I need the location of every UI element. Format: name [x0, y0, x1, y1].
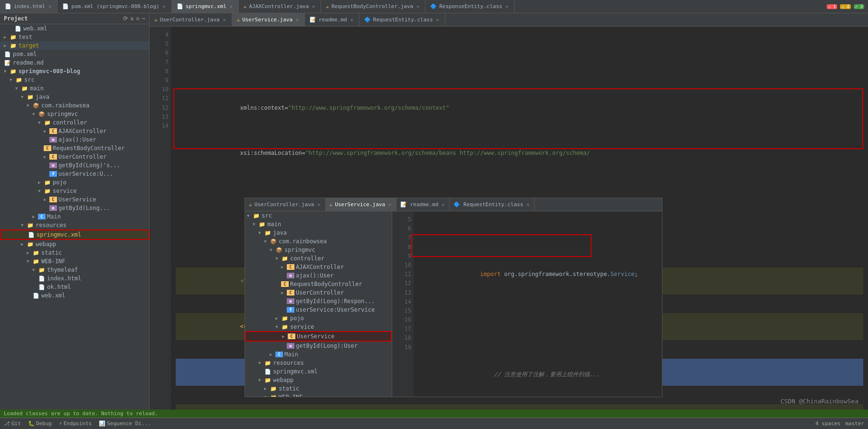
tab-close-readme[interactable]: ✕ — [349, 17, 354, 23]
tab-close-re[interactable]: ✕ — [435, 17, 440, 23]
tree-item-readme[interactable]: 📝 readme.md — [0, 58, 149, 67]
tab-close-ajax[interactable]: ✕ — [311, 3, 316, 10]
tab-ajax-controller[interactable]: ☕ AJAXController.java ✕ — [239, 0, 321, 13]
tab-close-pom[interactable]: ✕ — [162, 3, 167, 10]
inner-tree-java[interactable]: ▼ 📁 java — [245, 229, 392, 237]
tree-item-webxml[interactable]: 📄 web.xml — [0, 291, 149, 300]
tab-requestbody-controller[interactable]: ☕ RequestBodyController.java ✕ — [321, 0, 425, 13]
tab-pom-xml[interactable]: 📄 pom.xml (springmvc-008-blog) ✕ — [57, 0, 171, 13]
inner-tree-resources[interactable]: ▼ 📁 resources — [245, 359, 392, 367]
overlay-close-us[interactable]: ✕ — [387, 201, 392, 208]
overlay-close-uc[interactable]: ✕ — [316, 201, 321, 208]
git-button[interactable]: ⎇ Git — [4, 420, 21, 427]
tab-springmvc-xml[interactable]: 📄 springmvc.xml ✕ — [172, 0, 239, 13]
overlay-tab-re[interactable]: 🔷 RequestEntity.class ✕ — [450, 198, 534, 211]
inner-tree-springmvc[interactable]: ▼ 📦 springmvc — [245, 246, 392, 254]
tree-item-pom[interactable]: 📄 pom.xml — [0, 50, 149, 58]
tree-item-main[interactable]: ▼ 📁 main — [0, 84, 149, 93]
inner-tree-static[interactable]: ▶ 📁 static — [245, 384, 392, 393]
tree-item-ajax-controller[interactable]: ▶ C AJAXController — [0, 127, 149, 135]
tree-item-userservice-field[interactable]: f userService:U... — [0, 170, 149, 178]
tree-item-springmvc-xml[interactable]: 📄 springmvc.xml — [0, 229, 149, 240]
tree-item-getbyid-method[interactable]: m getById(Long)'s... — [0, 161, 149, 170]
tab-index-html[interactable]: 📄 index.html ✕ — [0, 0, 57, 13]
tab-close-springmvc[interactable]: ✕ — [229, 3, 234, 10]
overlay-tab-readme[interactable]: 📝 readme.md ✕ — [396, 198, 450, 211]
tab-close-us[interactable]: ✕ — [295, 17, 300, 23]
inner-tree-main[interactable]: ▼ 📁 main — [245, 220, 392, 229]
tree-item-springmvc-blog[interactable]: ▼ 📁 springmvc-008-blog — [0, 67, 149, 76]
inner-tree-userservice-class[interactable]: ▶ C UserService — [245, 331, 392, 342]
tab-readme[interactable]: 📝 readme.md ✕ — [305, 13, 359, 26]
tree-item-user-controller[interactable]: ▶ C UserController — [0, 153, 149, 161]
inner-tree-ajax[interactable]: ▶ C AJAXController — [245, 263, 392, 271]
inner-folder-main: 📁 — [258, 221, 266, 228]
tree-item-main2[interactable]: ▶ C Main — [0, 212, 149, 221]
tree-item-userservice-class[interactable]: ▶ C UserService — [0, 195, 149, 204]
tab-close-uc[interactable]: ✕ — [222, 17, 226, 23]
tree-item-folder-service[interactable]: ▼ 📁 service — [0, 187, 149, 195]
tree-item-webxml-top[interactable]: 📄 web.xml — [0, 24, 149, 33]
tree-item-webapp[interactable]: ▶ 📁 webapp — [0, 240, 149, 248]
inner-tree-controller-folder[interactable]: ▼ 📁 controller — [245, 254, 392, 263]
overlay-tab-us[interactable]: ☕ UserService.java ✕ — [326, 198, 397, 211]
spaces-label: 4 spaces — [815, 420, 840, 427]
tree-item-index-html[interactable]: 📄 index.html — [0, 274, 149, 283]
overlay-close-readme[interactable]: ✕ — [441, 201, 445, 208]
tree-item-ok-html[interactable]: 📄 ok.html — [0, 283, 149, 291]
tree-item-src[interactable]: ▼ 📁 src — [0, 76, 149, 84]
xml-icon-webxml: 📄 — [14, 26, 22, 32]
code-line-4: xmlns:context="http://www.springframewor… — [176, 94, 863, 122]
inner-tree-getbyid[interactable]: m getById(Long):Respon... — [245, 297, 392, 305]
tree-item-folder-pojo[interactable]: ▶ 📁 pojo — [0, 178, 149, 187]
inner-tree-getbyid-us[interactable]: m getById(Long):User — [245, 342, 392, 350]
endpoints-button[interactable]: ⚡ Endpoints — [59, 420, 92, 427]
top-tab-bar: 📄 index.html ✕ 📄 pom.xml (springmvc-008-… — [0, 0, 868, 13]
inner-class-userctrl: C — [287, 290, 294, 296]
tree-item-java[interactable]: ▼ 📁 java — [0, 93, 149, 101]
userservice-code-panel[interactable]: 5 6 7 8 9 10 ▶ 11 12 13 — [392, 211, 662, 397]
minimize-icon[interactable]: — — [142, 15, 145, 22]
tree-item-pkg-rainbowsea[interactable]: ▼ 📦 com.rainbowsea — [0, 101, 149, 110]
inner-tree-userservice-field[interactable]: f userService:UserService — [245, 305, 392, 314]
tab-close-requestbody[interactable]: ✕ — [415, 3, 420, 10]
inner-tree-src[interactable]: ▼ 📁 src — [245, 211, 392, 220]
inner-tree-pojo[interactable]: ▶ 📁 pojo — [245, 314, 392, 323]
inner-tree-webapp[interactable]: ▼ 📁 webapp — [245, 376, 392, 384]
tab-user-controller[interactable]: ☕ UserController.java ✕ — [150, 13, 232, 26]
folder-icon-java: 📁 — [27, 94, 34, 100]
tree-item-pkg-springmvc[interactable]: ▼ 📦 springmvc — [0, 110, 149, 118]
inner-tree-springmvc-xml[interactable]: 📄 springmvc.xml — [245, 367, 392, 376]
debug-button[interactable]: 🐛 Debug — [28, 420, 52, 427]
inner-tree-userctrl[interactable]: ▶ C UserController — [245, 288, 392, 297]
tab-request-entity[interactable]: 🔷 RequestEntity.class ✕ — [359, 13, 445, 26]
inner-tree-main-class[interactable]: ▶ C Main — [245, 350, 392, 359]
tab-close-index[interactable]: ✕ — [47, 3, 52, 10]
tab-user-service[interactable]: ☕ UserService.java ✕ — [232, 13, 305, 26]
tree-item-getbyid-service[interactable]: m getById(Long... — [0, 204, 149, 212]
tree-item-thymeleaf[interactable]: ▼ 📁 thymeleaf — [0, 266, 149, 274]
overlay-close-re[interactable]: ✕ — [526, 201, 530, 208]
inner-tree-service-folder[interactable]: ▼ 📁 service — [245, 323, 392, 331]
tree-item-test[interactable]: ▶ 📁 test — [0, 33, 149, 41]
inner-tree-ajax-method[interactable]: m ajax():User — [245, 271, 392, 280]
tree-item-target[interactable]: ▶ 📁 target — [0, 41, 149, 50]
tab-response-entity[interactable]: 🔷 ResponseEntity.class ✕ — [425, 0, 514, 13]
tree-item-static[interactable]: ▶ 📁 static — [0, 248, 149, 257]
tree-item-folder-controller[interactable]: ▼ 📁 controller — [0, 118, 149, 127]
inner-tree-reqbody[interactable]: C RequestBodyController — [245, 280, 392, 288]
overlay-tab-uc[interactable]: ☕ UserController.java ✕ — [245, 198, 326, 211]
tree-item-webinf[interactable]: ▼ 📁 WEB-INF — [0, 257, 149, 266]
inner-tree-pkg[interactable]: ▼ 📦 com.rainbowsea — [245, 237, 392, 246]
class-icon-ajax: C — [49, 128, 57, 134]
tree-item-resources[interactable]: ▼ 📁 resources — [0, 221, 149, 229]
inner-tree-webinf[interactable]: ▼ 📁 WEB-INF — [245, 393, 392, 397]
tree-item-reqbody-controller[interactable]: C RequestBodyController — [0, 144, 149, 153]
expand-icon[interactable]: ⇅ — [130, 15, 133, 22]
sequence-button[interactable]: 📊 Sequence Di... — [99, 420, 151, 427]
sync-icon[interactable]: ⟳ — [123, 15, 128, 22]
settings-icon[interactable]: ⚙ — [136, 15, 140, 22]
tab-close-response[interactable]: ✕ — [505, 3, 509, 10]
tree-item-ajax-method[interactable]: m ajax():User — [0, 135, 149, 144]
csdn-watermark: CSDN @ChinaRainbowSea — [781, 398, 859, 405]
